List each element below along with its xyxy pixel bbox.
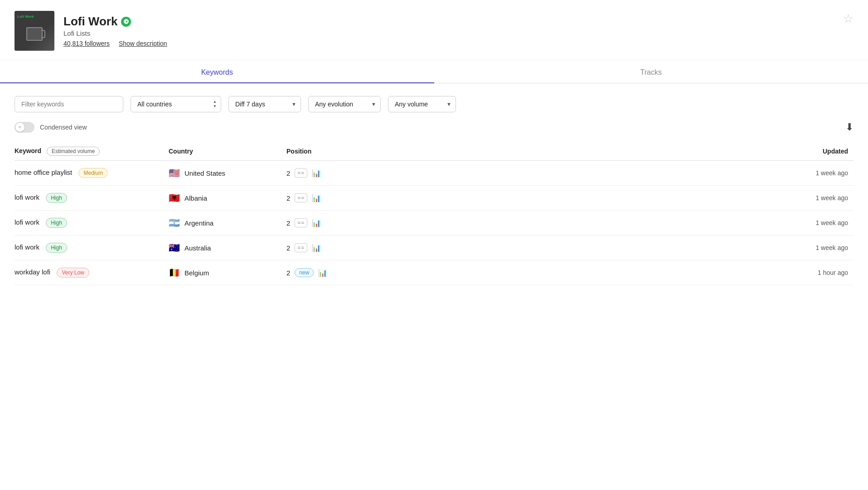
condensed-view-toggle[interactable]: ✕: [15, 122, 34, 133]
position-cell: 2 == 📊: [286, 235, 377, 260]
keyword-cell: lofi work High: [15, 186, 169, 211]
countries-select-wrapper: All countries ▲ ▼: [131, 96, 221, 112]
toggle-row: ✕ Condensed view ⬇: [0, 120, 868, 142]
playlist-thumbnail: Lofi Work: [15, 11, 54, 51]
keyword-cell: lofi work High: [15, 211, 169, 235]
position-number: 2: [286, 219, 290, 227]
position-equal-badge: ==: [295, 218, 307, 227]
table-row: lofi work High 🇦🇷 Argentina 2 == 📊 1 wee…: [15, 211, 853, 235]
col-header-position: Position: [286, 142, 377, 161]
tab-keywords[interactable]: Keywords: [0, 60, 434, 83]
volume-badge: High: [46, 243, 67, 253]
country-flag-icon: 🇦🇺: [169, 243, 180, 252]
favorite-button[interactable]: ☆: [843, 13, 853, 24]
diff-select-wrapper: Diff 7 days ▼: [228, 96, 301, 112]
country-name: Australia: [184, 244, 211, 252]
playlist-title-row: Lofi Work: [63, 14, 853, 29]
download-button[interactable]: ⬇: [845, 121, 853, 133]
playlist-subtitle: Lofi Lists: [63, 29, 853, 37]
diff-select[interactable]: Diff 7 days: [228, 96, 301, 112]
table-row: lofi work High 🇦🇺 Australia 2 == 📊 1 wee…: [15, 235, 853, 260]
country-flag-icon: 🇧🇪: [169, 268, 180, 277]
updated-cell: 1 week ago: [377, 186, 853, 211]
evolution-select-wrapper: Any evolution ▼: [308, 96, 381, 112]
keywords-table-container: Keyword Estimated volume Country Positio…: [0, 142, 868, 285]
countries-select[interactable]: All countries: [131, 96, 221, 112]
volume-badge: Medium: [78, 168, 108, 178]
country-cell: 🇧🇪 Belgium: [169, 260, 286, 285]
keyword-text: home office playlist: [15, 168, 72, 176]
keyword-text: lofi work: [15, 193, 39, 201]
country-flag-icon: 🇦🇱: [169, 193, 180, 202]
playlist-title: Lofi Work: [63, 14, 117, 29]
updated-cell: 1 week ago: [377, 161, 853, 186]
bar-chart-icon[interactable]: 📊: [312, 169, 321, 178]
col-header-updated: Updated: [377, 142, 853, 161]
col-header-keyword: Keyword Estimated volume: [15, 142, 169, 161]
keyword-text: workday lofi: [15, 268, 50, 276]
position-number: 2: [286, 194, 290, 202]
table-row: lofi work High 🇦🇱 Albania 2 == 📊 1 week …: [15, 186, 853, 211]
condensed-view-toggle-group: ✕ Condensed view: [15, 122, 87, 133]
tab-bar: Keywords Tracks: [0, 60, 868, 83]
position-new-badge: new: [295, 268, 314, 277]
updated-cell: 1 hour ago: [377, 260, 853, 285]
thumbnail-label: Lofi Work: [17, 14, 34, 19]
country-name: Argentina: [184, 219, 213, 227]
header-info: Lofi Work Lofi Lists 40,813 followers Sh…: [63, 14, 853, 47]
country-cell: 🇦🇺 Australia: [169, 235, 286, 260]
country-cell: 🇺🇸 United States: [169, 161, 286, 186]
spotify-verified-icon: [121, 17, 131, 27]
position-number: 2: [286, 269, 290, 277]
keywords-table: Keyword Estimated volume Country Positio…: [15, 142, 853, 285]
position-cell: 2 == 📊: [286, 186, 377, 211]
bar-chart-icon[interactable]: 📊: [318, 269, 327, 277]
position-number: 2: [286, 244, 290, 252]
table-row: workday lofi Very Low 🇧🇪 Belgium 2 new 📊…: [15, 260, 853, 285]
tab-tracks[interactable]: Tracks: [434, 60, 868, 83]
keyword-cell: lofi work High: [15, 235, 169, 260]
show-description-link[interactable]: Show description: [119, 40, 167, 47]
position-cell: 2 new 📊: [286, 260, 377, 285]
toggle-knob: ✕: [15, 123, 24, 132]
page-header: Lofi Work Lofi Work Lofi Lists 40,813 fo…: [0, 0, 868, 60]
country-name: United States: [184, 169, 225, 177]
bar-chart-icon[interactable]: 📊: [312, 244, 321, 252]
volume-badge: High: [46, 218, 67, 228]
position-cell: 2 == 📊: [286, 161, 377, 186]
thumbnail-mug-icon: [26, 27, 43, 41]
evolution-select[interactable]: Any evolution: [308, 96, 381, 112]
position-equal-badge: ==: [295, 168, 307, 178]
country-flag-icon: 🇺🇸: [169, 168, 180, 178]
country-name: Albania: [184, 194, 207, 202]
country-cell: 🇦🇱 Albania: [169, 186, 286, 211]
toggle-x-icon: ✕: [18, 125, 22, 130]
bar-chart-icon[interactable]: 📊: [312, 194, 321, 202]
keyword-filter-input[interactable]: [15, 96, 123, 112]
estimated-volume-badge: Estimated volume: [47, 147, 100, 156]
col-header-country: Country: [169, 142, 286, 161]
updated-cell: 1 week ago: [377, 235, 853, 260]
bar-chart-icon[interactable]: 📊: [312, 219, 321, 227]
keyword-text: lofi work: [15, 218, 39, 226]
keyword-cell: workday lofi Very Low: [15, 260, 169, 285]
position-cell: 2 == 📊: [286, 211, 377, 235]
table-body: home office playlist Medium 🇺🇸 United St…: [15, 161, 853, 285]
country-flag-icon: 🇦🇷: [169, 218, 180, 227]
download-icon: ⬇: [845, 121, 853, 133]
position-equal-badge: ==: [295, 243, 307, 252]
position-equal-badge: ==: [295, 193, 307, 202]
volume-select-wrapper: Any volume ▼: [388, 96, 456, 112]
followers-link[interactable]: 40,813 followers: [63, 40, 110, 47]
country-cell: 🇦🇷 Argentina: [169, 211, 286, 235]
keyword-cell: home office playlist Medium: [15, 161, 169, 186]
table-header-row: Keyword Estimated volume Country Positio…: [15, 142, 853, 161]
header-meta: 40,813 followers Show description: [63, 40, 853, 47]
volume-badge: High: [46, 193, 67, 203]
filters-row: All countries ▲ ▼ Diff 7 days ▼ Any evol…: [0, 83, 868, 120]
position-number: 2: [286, 169, 290, 177]
table-row: home office playlist Medium 🇺🇸 United St…: [15, 161, 853, 186]
condensed-view-label: Condensed view: [40, 124, 87, 131]
volume-select[interactable]: Any volume: [388, 96, 456, 112]
updated-cell: 1 week ago: [377, 211, 853, 235]
